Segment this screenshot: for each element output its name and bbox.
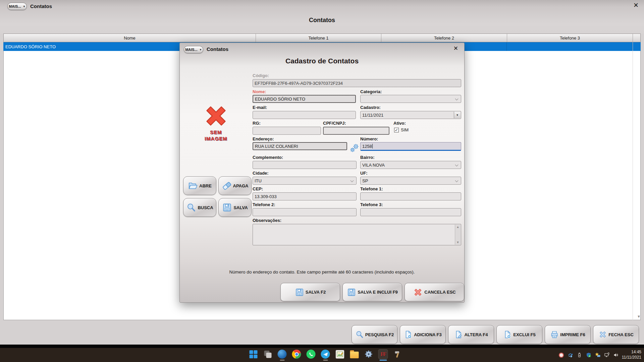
red-x-icon: [413, 287, 423, 297]
taskbar-item-contacts-app-active[interactable]: FF: [378, 349, 388, 361]
cidade-label: Cidade:: [253, 171, 269, 176]
taskbar: FF 14:45 11/11: [0, 348, 644, 362]
network-display-tray-icon[interactable]: [604, 352, 610, 358]
salva-f2-button[interactable]: SALVA F2: [280, 283, 340, 301]
nome-field[interactable]: [253, 95, 356, 103]
cancela-label: CANCELA ESC: [424, 290, 455, 295]
cancela-button[interactable]: CANCELA ESC: [405, 283, 464, 301]
cpf-cnpj-label: CPF/CNPJ:: [323, 121, 346, 126]
mais-menu-button[interactable]: MAIS... ▼: [7, 3, 27, 10]
chevron-down-icon: [351, 179, 354, 182]
sync-arrow-tray-icon[interactable]: [568, 352, 574, 358]
open-folder-icon: [188, 181, 198, 191]
no-image-x-icon: [203, 103, 229, 129]
cadastro-date-combo[interactable]: 11/11/2021 ▼: [360, 111, 461, 119]
telefone3-field[interactable]: [360, 208, 461, 216]
dialog-close-button[interactable]: ✕: [453, 46, 458, 51]
endereco-label: Endereço:: [253, 136, 274, 141]
scroll-up-icon[interactable]: ▲: [457, 225, 460, 229]
apaga-button[interactable]: APAGA: [218, 176, 252, 195]
taskbar-system-tray: 14:45 11/11/2021: [558, 348, 641, 362]
altera-label: ALTERA F4: [464, 332, 488, 337]
taskbar-item-chrome[interactable]: [292, 349, 302, 361]
checkbox-check-icon: ✓: [394, 128, 399, 132]
column-header-telefone3[interactable]: Telefone 3: [507, 34, 633, 42]
salva-button[interactable]: SALVA: [218, 198, 252, 217]
telefone2-field[interactable]: [253, 208, 357, 216]
ativo-checkbox[interactable]: ✓ SIM: [394, 127, 409, 132]
column-header-nome[interactable]: Nome: [4, 34, 256, 42]
column-header-telefone1[interactable]: Telefone 1: [256, 34, 381, 42]
usb-device-tray-icon[interactable]: [577, 352, 583, 358]
security-shield-tray-icon[interactable]: [586, 352, 592, 358]
observacoes-scrollbar[interactable]: ▲ ▼: [455, 225, 461, 245]
endereco-field[interactable]: [253, 142, 347, 150]
dropdown-arrow-icon: ▼: [456, 114, 459, 117]
adiciona-button[interactable]: ADICIONA F3: [400, 325, 446, 344]
whatsapp-icon: [307, 350, 316, 359]
dialog-footer-toolbar: SALVA F2 SALVA E INCLUI F9 CANCELA ESC: [280, 283, 464, 301]
telefone1-field[interactable]: [360, 192, 461, 200]
uf-select[interactable]: SP: [360, 177, 461, 185]
thunderbird-icon: [278, 350, 287, 359]
email-field[interactable]: [253, 111, 356, 119]
no-image-text-line2: IMAGEM: [193, 136, 239, 142]
numero-field-focused[interactable]: 1258: [360, 142, 461, 151]
busca-button[interactable]: BUSCA: [183, 198, 216, 217]
windows-start-icon: [249, 350, 257, 358]
taskbar-item-whatsapp[interactable]: [306, 349, 316, 361]
mais-menu-label: MAIS...: [9, 4, 21, 8]
rg-field[interactable]: [253, 127, 321, 135]
favorites-star-tray-icon[interactable]: [595, 352, 601, 358]
dialog-mais-menu-button[interactable]: MAIS... ▼: [184, 46, 203, 53]
complemento-field[interactable]: [253, 161, 357, 169]
salva-e-inclui-button[interactable]: SALVA E INCLUI F9: [342, 283, 402, 301]
eraser-icon: [222, 181, 232, 191]
hammer-icon: [393, 350, 402, 359]
chevron-down-icon: [455, 97, 459, 101]
remote-access-tray-icon[interactable]: [558, 352, 565, 358]
bairro-select[interactable]: VILA NOVA: [360, 161, 461, 169]
taskbar-item-file-explorer[interactable]: [350, 349, 359, 361]
categoria-select[interactable]: [360, 95, 461, 103]
taskbar-app-icons: FF: [249, 348, 402, 362]
volume-tray-icon[interactable]: [613, 352, 619, 358]
taskbar-item-telegram[interactable]: [321, 349, 330, 361]
fecha-button[interactable]: FECHA ESC: [593, 325, 639, 344]
imprime-button[interactable]: IMPRIME F6: [545, 325, 591, 344]
observacoes-textarea[interactable]: ▲ ▼: [253, 224, 461, 245]
pesquisa-button[interactable]: PESQUISA F2: [352, 325, 397, 344]
scroll-down-icon[interactable]: ▼: [457, 241, 460, 244]
uf-label: UF:: [360, 171, 368, 176]
address-lookup-gears-icon[interactable]: [349, 143, 359, 153]
scrollbar-down-arrow[interactable]: ▼: [637, 314, 641, 318]
taskbar-item-thunderbird[interactable]: [277, 349, 287, 361]
taskbar-clock[interactable]: 14:45 11/11/2021: [622, 350, 641, 360]
codigo-field[interactable]: [253, 79, 461, 87]
cep-field[interactable]: [253, 192, 357, 200]
cadastro-dropdown-button[interactable]: ▼: [454, 112, 461, 118]
image-viewer-icon: [335, 350, 344, 359]
abre-button[interactable]: ABRE: [183, 176, 216, 195]
chevron-down-icon: ▼: [199, 48, 202, 51]
nome-label: Nome:: [253, 89, 266, 94]
taskbar-item-image-viewer[interactable]: [335, 349, 345, 361]
contacts-main-window: MAIS... ▼ Contatos ✕ Contatos Nome Telef…: [0, 0, 644, 362]
clock-date: 11/11/2021: [622, 355, 641, 360]
cell-filler: [633, 42, 641, 51]
uf-value: SP: [362, 178, 368, 183]
taskbar-item-tool[interactable]: [393, 349, 402, 361]
exclui-button[interactable]: EXCLUI F5: [496, 325, 542, 344]
cidade-select[interactable]: ITU: [253, 177, 357, 185]
delete-document-icon: [503, 330, 512, 339]
complemento-label: Complemento:: [253, 155, 283, 160]
task-view-button[interactable]: [263, 349, 273, 361]
search-icon: [186, 202, 196, 213]
close-window-button[interactable]: ✕: [633, 2, 639, 8]
cidade-value: ITU: [255, 178, 262, 183]
start-button[interactable]: [249, 349, 258, 361]
column-header-telefone2[interactable]: Telefone 2: [381, 34, 507, 42]
altera-button[interactable]: ALTERA F4: [448, 325, 494, 344]
cpf-cnpj-field[interactable]: [323, 127, 389, 135]
taskbar-item-settings[interactable]: [364, 349, 374, 361]
